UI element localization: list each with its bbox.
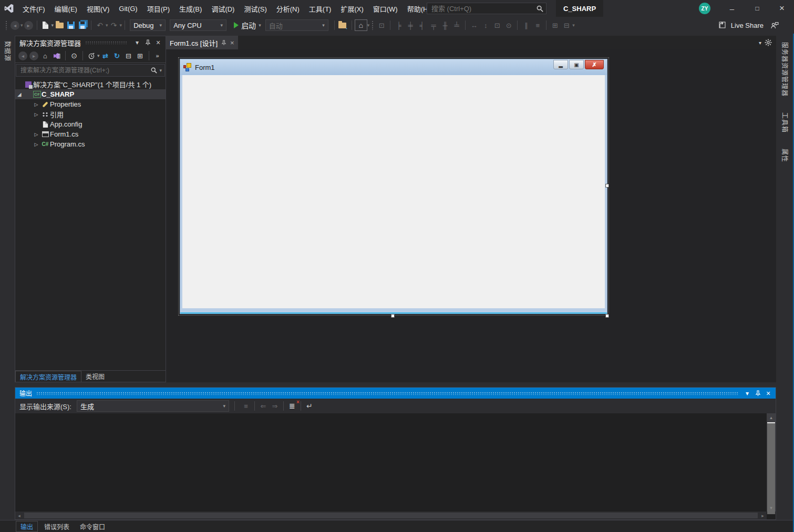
vertical-spacing-icon[interactable]: ≡ <box>532 19 543 32</box>
menu-view[interactable]: 视图(V) <box>82 0 114 17</box>
window-minimize-button[interactable]: – <box>720 0 744 17</box>
avatar[interactable]: ZY <box>699 3 710 14</box>
quick-search-box[interactable] <box>427 3 546 14</box>
search-options-dropdown[interactable]: ▾ <box>159 68 164 73</box>
scroll-right-icon[interactable]: ▸ <box>759 513 767 518</box>
menu-file[interactable]: 文件(F) <box>18 0 50 17</box>
live-share-icon[interactable] <box>717 19 729 32</box>
active-files-dropdown-icon[interactable]: ▾ <box>759 40 761 46</box>
word-wrap-icon[interactable]: ↵ <box>304 400 315 412</box>
same-height-icon[interactable]: ↕ <box>480 19 491 32</box>
form-close-button[interactable]: ✗ <box>585 60 604 69</box>
tab-toolbox[interactable]: 工具箱 <box>781 108 790 137</box>
toolbar-overflow-dropdown[interactable]: ▾ <box>367 23 370 28</box>
expand-arrow-icon[interactable]: ▷ <box>32 112 40 117</box>
layout-overflow-dropdown[interactable]: ▾ <box>572 23 575 28</box>
solution-explorer-header[interactable]: 解决方案资源管理器 ▾ × <box>15 36 166 49</box>
form-maximize-button[interactable]: ▣ <box>569 60 584 69</box>
menu-build[interactable]: 生成(B) <box>174 0 207 17</box>
align-bottoms-icon[interactable]: ╧ <box>451 19 462 32</box>
redo-icon[interactable]: ↷ <box>108 19 120 32</box>
menu-edit[interactable]: 编辑(E) <box>50 0 82 17</box>
form-minimize-button[interactable]: ▂ <box>553 60 568 69</box>
tab-form1-designer[interactable]: Form1.cs [设计] × <box>166 36 238 49</box>
window-position-dropdown-icon[interactable]: ▾ <box>742 388 752 399</box>
collapse-arrow-icon[interactable]: ◢ <box>15 92 24 97</box>
expand-arrow-icon[interactable]: ▷ <box>32 142 40 147</box>
collapse-all-icon[interactable]: ⊟ <box>123 49 135 62</box>
refresh-icon[interactable]: ↻ <box>111 49 123 62</box>
home-icon[interactable]: ⌂ <box>39 49 51 62</box>
designed-form-client-area[interactable] <box>182 75 605 308</box>
menu-window[interactable]: 窗口(W) <box>368 0 403 17</box>
tab-output[interactable]: 输出 <box>16 521 38 532</box>
se-forward-icon[interactable]: ▸ <box>29 51 38 60</box>
se-toolbar-overflow[interactable]: » <box>152 49 163 62</box>
align-middles-icon[interactable]: ╫ <box>439 19 451 32</box>
align-tops-icon[interactable]: ╤ <box>428 19 439 32</box>
search-icon[interactable] <box>149 67 159 74</box>
pin-icon[interactable] <box>221 40 226 46</box>
tree-row-program[interactable]: ▷ C# Program.cs <box>15 139 166 149</box>
bring-to-front-icon[interactable]: ⊞ <box>549 19 561 32</box>
resize-handle-corner[interactable] <box>605 314 609 318</box>
menu-debug[interactable]: 调试(D) <box>207 0 239 17</box>
toolbar-grip[interactable] <box>5 20 7 30</box>
tab-data-sources[interactable]: 数据源 <box>4 37 13 66</box>
winforms-designer-surface[interactable]: Form1 ▂ ▣ ✗ <box>166 49 776 382</box>
snap-to-grid-icon[interactable]: ⊡ <box>376 19 387 32</box>
menu-analyze[interactable]: 分析(N) <box>272 0 304 17</box>
navigate-forward-icon[interactable]: ▸ <box>24 21 33 30</box>
resize-handle-right[interactable] <box>605 184 609 187</box>
save-all-icon[interactable] <box>77 19 88 32</box>
scrollbar-thumb[interactable] <box>767 422 775 514</box>
menu-project[interactable]: 项目(P) <box>142 0 174 17</box>
new-project-icon[interactable] <box>40 19 51 32</box>
menu-git[interactable]: Git(G) <box>114 0 142 17</box>
navigate-back-icon[interactable]: ◂ <box>11 21 19 30</box>
vertical-scrollbar[interactable]: ▴ ▾ <box>767 413 776 512</box>
designer-view-toggle[interactable]: ⌂ <box>355 19 367 31</box>
next-message-icon[interactable]: ⇒ <box>269 400 281 412</box>
tab-error-list[interactable]: 错误列表 <box>40 521 74 531</box>
sync-with-active-document-icon[interactable]: ⇄ <box>100 49 111 62</box>
tree-row-references[interactable]: ▷ 引用 <box>15 109 166 119</box>
live-share-label[interactable]: Live Share <box>731 22 764 29</box>
solution-search-box[interactable]: ▾ <box>16 64 165 77</box>
all-files-filter-icon[interactable]: ⊙ <box>68 49 80 62</box>
redo-dropdown[interactable]: ▾ <box>120 23 122 28</box>
tab-properties[interactable]: 属性 <box>781 144 790 166</box>
solution-configuration-select[interactable]: Debug▾ <box>130 19 166 31</box>
menu-tools[interactable]: 工具(T) <box>304 0 336 17</box>
drag-grip[interactable] <box>36 392 738 395</box>
menu-test[interactable]: 测试(S) <box>239 0 271 17</box>
output-source-select[interactable]: 生成 ▾ <box>77 400 229 412</box>
switch-views-icon[interactable] <box>51 49 63 62</box>
tree-row-form1[interactable]: ▷ Form1.cs <box>15 129 166 139</box>
clear-all-icon[interactable]: ≣ × <box>286 400 298 412</box>
quick-search-input[interactable] <box>427 5 533 13</box>
pending-changes-filter-icon[interactable] <box>86 49 97 62</box>
resize-handle-bottom[interactable] <box>391 314 395 318</box>
close-icon[interactable]: × <box>763 388 774 399</box>
search-icon[interactable] <box>533 5 546 12</box>
drag-grip[interactable] <box>85 41 128 44</box>
align-centers-icon[interactable]: ╪ <box>405 19 416 32</box>
start-debug-button[interactable]: 启动 ▾ <box>233 19 262 32</box>
debug-target-select[interactable]: 自动▾ <box>265 19 328 31</box>
scroll-up-icon[interactable]: ▴ <box>767 413 776 421</box>
navigate-back-dropdown[interactable]: ▾ <box>20 23 23 28</box>
close-tab-icon[interactable]: × <box>230 39 234 47</box>
window-close-button[interactable]: × <box>770 0 794 17</box>
find-message-icon[interactable]: ≡ <box>240 400 252 412</box>
solution-search-input[interactable] <box>16 67 149 74</box>
tree-row-solution[interactable]: 解决方案"C_SHARP"(1 个项目/共 1 个) <box>15 79 166 89</box>
send-to-back-icon[interactable]: ⊟ <box>561 19 572 32</box>
pin-icon[interactable] <box>752 388 763 399</box>
tab-server-explorer[interactable]: 服务器资源管理器 <box>781 38 790 101</box>
undo-icon[interactable]: ↶ <box>94 19 106 32</box>
horizontal-scrollbar[interactable]: ◂ ▸ <box>15 512 767 519</box>
output-content[interactable]: ▴ ▾ ◂ ▸ <box>15 413 776 519</box>
window-maximize-button[interactable]: □ <box>745 0 769 17</box>
solution-platform-select[interactable]: Any CPU▾ <box>170 19 226 31</box>
